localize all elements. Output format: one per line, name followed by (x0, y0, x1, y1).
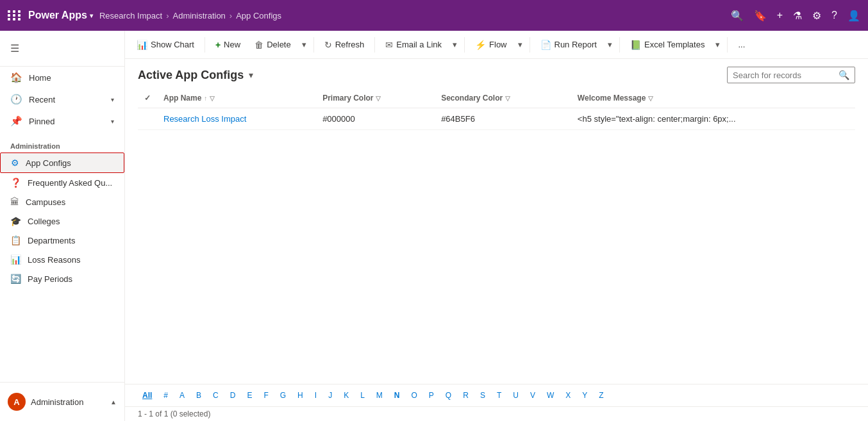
page-t[interactable]: T (492, 388, 506, 402)
page-x[interactable]: X (561, 388, 575, 402)
email-dropdown-button[interactable]: ▾ (449, 36, 460, 53)
row-app-name-link[interactable]: Research Loss Impact (163, 114, 246, 124)
flow-dropdown-button[interactable]: ▾ (515, 36, 526, 53)
welcome-message-filter[interactable]: ▽ (648, 95, 653, 102)
page-c[interactable]: C (208, 388, 223, 402)
email-link-button[interactable]: ✉ Email a Link (379, 36, 448, 54)
brand-name: Power Apps (28, 10, 87, 21)
sidebar-pay-periods-label: Pay Periods (28, 274, 72, 284)
page-y[interactable]: Y (578, 388, 592, 402)
help-icon[interactable]: ? (831, 10, 837, 21)
email-label: Email a Link (396, 40, 442, 49)
breadcrumb: Research Impact › Administration › App C… (99, 11, 281, 21)
breadcrumb-admin[interactable]: Administration (172, 11, 225, 21)
app-name-sort-up[interactable]: ↑ (204, 95, 207, 102)
toolbar-sep-4 (464, 37, 465, 53)
page-i[interactable]: I (310, 388, 321, 402)
page-k[interactable]: K (339, 388, 353, 402)
page-n[interactable]: N (390, 388, 405, 402)
page-q[interactable]: Q (441, 388, 456, 402)
search-area: 🔍 (727, 67, 855, 83)
sidebar-item-pay-periods[interactable]: 🔄 Pay Periods (0, 269, 124, 288)
bookmark-icon[interactable]: 🔖 (754, 10, 767, 22)
campuses-icon: 🏛 (10, 197, 19, 207)
run-report-button[interactable]: 📄 Run Report (534, 36, 603, 54)
brand-chevron[interactable]: ▾ (90, 12, 93, 19)
flow-button[interactable]: ⚡ Flow (469, 36, 513, 54)
table-header-row: ✓ App Name ↑ ▽ Primary Color (138, 88, 855, 108)
sidebar-item-recent[interactable]: 🕐 Recent ▾ (0, 88, 124, 110)
breadcrumb-research[interactable]: Research Impact (99, 11, 162, 21)
home-icon: 🏠 (10, 72, 22, 83)
page-v[interactable]: V (526, 388, 540, 402)
sidebar-item-pinned[interactable]: 📌 Pinned ▾ (0, 110, 124, 132)
header-check[interactable]: ✓ (144, 94, 151, 103)
view-title-dropdown[interactable]: ▾ (249, 70, 253, 80)
sidebar-item-campuses[interactable]: 🏛 Campuses (0, 192, 124, 211)
col-primary-color-label: Primary Color (322, 94, 373, 103)
sidebar-item-departments[interactable]: 📋 Departments (0, 231, 124, 250)
search-input[interactable] (733, 70, 835, 80)
excel-dropdown-button[interactable]: ▾ (712, 36, 723, 53)
toolbar-sep-6 (619, 37, 620, 53)
sidebar-item-colleges[interactable]: 🎓 Colleges (0, 211, 124, 231)
col-welcome-message-label: Welcome Message (578, 94, 646, 103)
sidebar-loss-reasons-label: Loss Reasons (28, 255, 80, 265)
hamburger-menu[interactable]: ☰ (0, 36, 124, 61)
flow-icon: ⚡ (475, 40, 486, 50)
page-o[interactable]: O (407, 388, 422, 402)
excel-templates-button[interactable]: 📗 Excel Templates (624, 36, 711, 54)
settings-icon[interactable]: ⚙ (812, 10, 821, 22)
filter-icon[interactable]: ⚗ (793, 10, 802, 22)
user-icon[interactable]: 👤 (847, 10, 860, 22)
app-grid-icon[interactable] (8, 10, 22, 21)
page-u[interactable]: U (508, 388, 523, 402)
toolbar-sep-2 (313, 37, 314, 53)
refresh-button[interactable]: ↻ Refresh (318, 36, 371, 54)
page-s[interactable]: S (476, 388, 490, 402)
page-b[interactable]: B (192, 388, 206, 402)
sidebar-colleges-label: Colleges (28, 217, 60, 226)
add-icon[interactable]: + (777, 10, 783, 21)
sidebar-item-app-configs[interactable]: ⚙ App Configs (0, 153, 124, 173)
page-l[interactable]: L (356, 388, 369, 402)
page-h[interactable]: H (293, 388, 308, 402)
app-name-filter[interactable]: ▽ (210, 95, 215, 102)
page-w[interactable]: W (542, 388, 558, 402)
page-d[interactable]: D (226, 388, 240, 402)
sidebar-campuses-label: Campuses (26, 197, 65, 207)
page-e[interactable]: E (242, 388, 256, 402)
run-report-icon: 📄 (540, 40, 551, 50)
row-checkbox[interactable] (138, 108, 157, 130)
delete-button[interactable]: 🗑 Delete (248, 36, 297, 54)
page-j[interactable]: J (324, 388, 337, 402)
sidebar-item-loss-reasons[interactable]: 📊 Loss Reasons (0, 250, 124, 269)
delete-dropdown-button[interactable]: ▾ (299, 36, 310, 53)
page-f[interactable]: F (259, 388, 272, 402)
show-chart-button[interactable]: 📊 Show Chart (130, 36, 201, 54)
page-r[interactable]: R (458, 388, 473, 402)
email-icon: ✉ (385, 40, 393, 50)
sidebar-item-home[interactable]: 🏠 Home (0, 67, 124, 88)
sidebar-item-faq[interactable]: ❓ Frequently Asked Qu... (0, 173, 124, 192)
more-options-button[interactable]: ... (731, 36, 751, 53)
new-button[interactable]: + New (209, 36, 247, 54)
app-configs-icon: ⚙ (11, 158, 19, 168)
run-report-dropdown-button[interactable]: ▾ (605, 36, 615, 53)
secondary-color-filter[interactable]: ▽ (505, 95, 510, 102)
page-z[interactable]: Z (594, 388, 608, 402)
new-icon: + (215, 40, 221, 50)
search-box[interactable]: 🔍 (727, 67, 855, 83)
search-icon[interactable]: 🔍 (731, 10, 744, 22)
brand-logo[interactable]: Power Apps ▾ (28, 10, 93, 21)
page-hash[interactable]: # (159, 388, 172, 402)
page-all[interactable]: All (138, 388, 156, 402)
page-g[interactable]: G (276, 388, 290, 402)
sidebar-user-area[interactable]: A Administration ▲ (0, 388, 124, 416)
page-a[interactable]: A (175, 388, 189, 402)
col-secondary-color: Secondary Color ▽ (435, 88, 571, 108)
page-m[interactable]: M (372, 388, 387, 402)
primary-color-filter[interactable]: ▽ (376, 95, 381, 102)
page-p[interactable]: P (424, 388, 438, 402)
excel-label: Excel Templates (644, 40, 705, 49)
